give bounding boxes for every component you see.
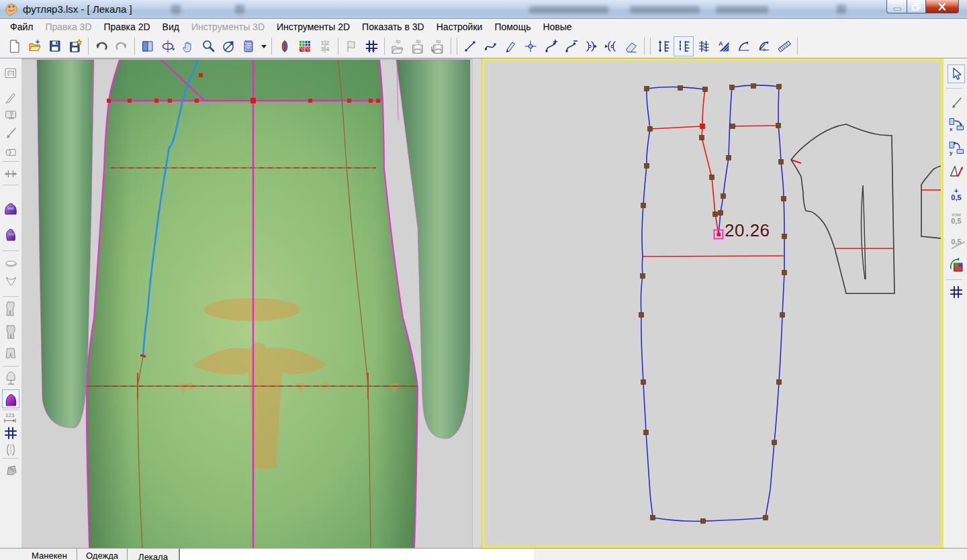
grid-3d-button[interactable] bbox=[361, 36, 381, 56]
toolbar-separator bbox=[451, 38, 451, 55]
minimize-button[interactable] bbox=[886, 0, 907, 13]
panel-splitter[interactable] bbox=[472, 58, 482, 548]
curve-join-right-icon bbox=[584, 39, 598, 54]
tab-patterns[interactable]: Лекала bbox=[128, 549, 179, 560]
viewport-3d[interactable] bbox=[21, 58, 472, 548]
dart-base-node-red[interactable] bbox=[700, 124, 705, 129]
collar-button[interactable] bbox=[2, 273, 19, 291]
dressform-plain-button[interactable] bbox=[2, 368, 19, 387]
titlebar[interactable]: футляр3.lsx - [ Лекала ] bbox=[0, 0, 967, 19]
fabric-roll-button[interactable] bbox=[2, 141, 19, 160]
increment-off-icon: 0,5 bbox=[951, 238, 961, 245]
eraser-button[interactable] bbox=[621, 36, 641, 56]
curve-join-right-button[interactable] bbox=[581, 36, 601, 56]
knife-button[interactable] bbox=[2, 88, 19, 107]
waist-ring-button[interactable] bbox=[2, 254, 19, 273]
mirror-shape-button[interactable] bbox=[275, 36, 295, 56]
pan-hand-button[interactable] bbox=[178, 36, 198, 56]
rotate-piece-button[interactable] bbox=[948, 256, 965, 275]
pattern-piece-dress-front[interactable] bbox=[639, 84, 787, 524]
panes-1234-button[interactable]: 1|2 3|4 bbox=[315, 36, 335, 56]
increment-off-button[interactable]: 0,5 bbox=[948, 232, 965, 251]
open-file-icon bbox=[28, 39, 42, 54]
grid-2d-button[interactable] bbox=[948, 283, 965, 301]
undo-button[interactable] bbox=[91, 36, 111, 56]
dressform-dress-button[interactable] bbox=[2, 389, 19, 408]
pattern-2d-canvas[interactable]: 20.26 bbox=[484, 60, 941, 546]
new-document-button[interactable] bbox=[5, 36, 25, 56]
notebook-button[interactable] bbox=[238, 36, 259, 56]
mirror-contour-button[interactable] bbox=[2, 440, 19, 459]
mannequin-front-button[interactable] bbox=[2, 197, 19, 216]
titlebar-ghost bbox=[837, 5, 846, 14]
measure-area-button[interactable]: A bbox=[714, 36, 734, 56]
menu-help[interactable]: Помощь bbox=[488, 19, 537, 35]
open-file-button[interactable] bbox=[25, 36, 45, 56]
tab-clothing[interactable]: Одежда bbox=[77, 549, 128, 560]
notebook-dropdown-button[interactable] bbox=[259, 36, 269, 56]
move-x-button[interactable]: x bbox=[948, 115, 965, 134]
pattern-nodes[interactable] bbox=[639, 84, 787, 524]
menu-edit-2d[interactable]: Правка 2D bbox=[98, 19, 156, 35]
menu-file[interactable]: Файл bbox=[4, 19, 39, 35]
select-cursor-button[interactable] bbox=[948, 64, 965, 83]
menu-tools-2d[interactable]: Инструменты 2D bbox=[271, 19, 356, 35]
menu-view[interactable]: Вид bbox=[156, 19, 185, 35]
zoom-button[interactable] bbox=[198, 36, 218, 56]
color-layers-button[interactable] bbox=[295, 36, 315, 56]
rotate-view-button[interactable] bbox=[218, 36, 238, 56]
measure-length-button[interactable] bbox=[653, 36, 674, 56]
curve-remove-point-button[interactable] bbox=[561, 36, 581, 56]
rotate-view-icon bbox=[221, 39, 236, 54]
pick-arrow-button[interactable] bbox=[948, 93, 965, 112]
measure-123-button[interactable]: 123 bbox=[2, 412, 19, 424]
flag-button[interactable] bbox=[341, 36, 361, 56]
tp-save-as-button[interactable]: .tp bbox=[428, 36, 448, 56]
menu-show-in-3d[interactable]: Показать в 3D bbox=[356, 19, 430, 35]
toolbox-separator bbox=[3, 366, 19, 367]
increment-plus-button[interactable]: + 0,5 bbox=[948, 185, 965, 204]
curve-add-point-button[interactable] bbox=[541, 36, 561, 56]
save-project-button[interactable] bbox=[65, 36, 85, 56]
tp-save-button[interactable]: .tp bbox=[408, 36, 428, 56]
mannequin-side-button[interactable] bbox=[2, 224, 19, 242]
split-view-button[interactable] bbox=[138, 36, 158, 56]
pick-arrow-button[interactable] bbox=[2, 124, 19, 142]
redo-button[interactable] bbox=[111, 36, 132, 56]
pattern-flag-button[interactable] bbox=[2, 64, 19, 83]
tp-open-button[interactable]: .tp bbox=[387, 36, 408, 56]
restore-button[interactable] bbox=[907, 0, 926, 13]
menu-settings[interactable]: Настройки bbox=[430, 19, 489, 35]
hip-side-button[interactable] bbox=[2, 299, 19, 318]
measure-segments-icon bbox=[696, 39, 711, 54]
pattern-piece-partial[interactable] bbox=[921, 166, 941, 238]
pencil-tool-button[interactable] bbox=[500, 36, 520, 56]
measure-edit-button[interactable] bbox=[948, 162, 965, 181]
press-fabric-button[interactable] bbox=[2, 105, 19, 124]
move-y-button[interactable]: y bbox=[948, 138, 965, 157]
symmetry-axis-button[interactable] bbox=[2, 165, 19, 183]
redo-icon bbox=[114, 39, 129, 54]
line-tool-icon bbox=[463, 39, 477, 54]
point-tool-button[interactable] bbox=[520, 36, 541, 56]
tab-mannequin[interactable]: Манекен bbox=[22, 549, 77, 560]
pattern-piece-bodice[interactable] bbox=[791, 124, 894, 293]
measure-segments-button[interactable] bbox=[694, 36, 714, 56]
measure-angle-button[interactable] bbox=[734, 36, 754, 56]
line-tool-button[interactable] bbox=[460, 36, 480, 56]
save-button[interactable] bbox=[45, 36, 65, 56]
menu-new[interactable]: Новые bbox=[537, 19, 578, 35]
measure-length-dashed-button[interactable] bbox=[674, 36, 694, 56]
texture-stamp-button[interactable] bbox=[2, 460, 19, 479]
curve-join-left-button[interactable] bbox=[601, 36, 621, 56]
hip-back-button[interactable] bbox=[2, 322, 19, 341]
measure-ruler-button[interactable] bbox=[774, 36, 794, 56]
shorts-button[interactable] bbox=[2, 344, 19, 363]
titlebar-ghost bbox=[716, 6, 768, 13]
measure-angle-3pt-button[interactable] bbox=[754, 36, 774, 56]
curve-tool-button[interactable] bbox=[480, 36, 500, 56]
rotate-3d-button[interactable] bbox=[158, 36, 178, 56]
increment-measured-button[interactable]: изм 0,5 bbox=[948, 209, 965, 228]
svg-text:y: y bbox=[950, 150, 953, 156]
close-button[interactable] bbox=[926, 0, 959, 13]
